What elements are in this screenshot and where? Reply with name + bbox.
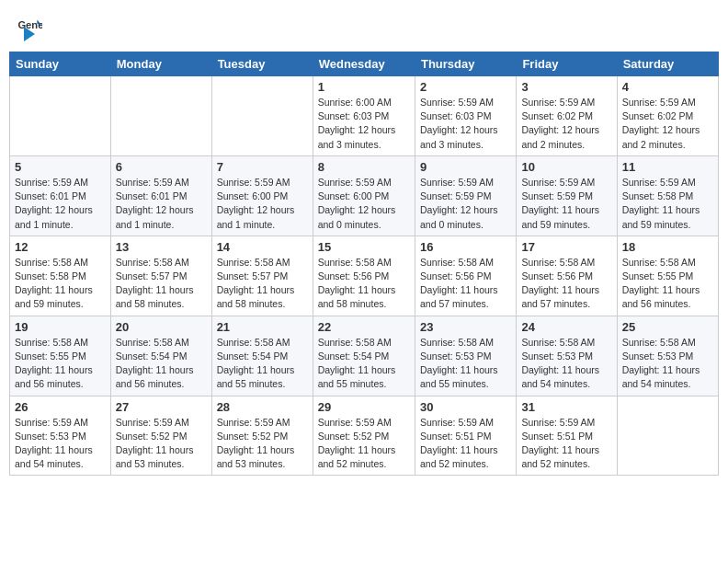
calendar-weekday-thursday: Thursday xyxy=(415,52,516,76)
calendar-cell: 20Sunrise: 5:58 AM Sunset: 5:54 PM Dayli… xyxy=(110,316,211,396)
day-number: 26 xyxy=(15,400,106,414)
day-info: Sunrise: 5:58 AM Sunset: 5:55 PM Dayligh… xyxy=(622,256,713,312)
calendar-cell xyxy=(10,76,111,156)
day-info: Sunrise: 5:59 AM Sunset: 5:52 PM Dayligh… xyxy=(318,416,410,472)
day-number: 4 xyxy=(622,80,713,94)
calendar-weekday-saturday: Saturday xyxy=(617,52,718,76)
calendar-cell: 21Sunrise: 5:58 AM Sunset: 5:54 PM Dayli… xyxy=(211,316,313,396)
day-info: Sunrise: 5:59 AM Sunset: 5:52 PM Dayligh… xyxy=(217,416,308,472)
day-info: Sunrise: 5:59 AM Sunset: 5:59 PM Dayligh… xyxy=(521,176,611,232)
day-number: 18 xyxy=(622,240,713,254)
calendar-cell xyxy=(211,76,313,156)
day-number: 12 xyxy=(15,240,106,254)
calendar-weekday-monday: Monday xyxy=(110,52,211,76)
day-info: Sunrise: 5:58 AM Sunset: 5:53 PM Dayligh… xyxy=(420,336,511,392)
day-info: Sunrise: 5:59 AM Sunset: 5:52 PM Dayligh… xyxy=(116,416,207,472)
calendar-weekday-tuesday: Tuesday xyxy=(211,52,313,76)
calendar-cell: 12Sunrise: 5:58 AM Sunset: 5:58 PM Dayli… xyxy=(10,236,111,316)
svg-marker-2 xyxy=(24,27,35,41)
calendar-cell: 18Sunrise: 5:58 AM Sunset: 5:55 PM Dayli… xyxy=(617,236,718,316)
calendar-week-row: 1Sunrise: 6:00 AM Sunset: 6:03 PM Daylig… xyxy=(10,76,719,156)
day-info: Sunrise: 5:59 AM Sunset: 6:01 PM Dayligh… xyxy=(15,176,106,232)
calendar-cell: 9Sunrise: 5:59 AM Sunset: 5:59 PM Daylig… xyxy=(415,155,516,236)
day-info: Sunrise: 5:58 AM Sunset: 5:55 PM Dayligh… xyxy=(15,336,106,392)
day-number: 14 xyxy=(217,240,308,254)
calendar-cell: 5Sunrise: 5:59 AM Sunset: 6:01 PM Daylig… xyxy=(10,155,111,236)
calendar-weekday-wednesday: Wednesday xyxy=(313,52,415,76)
calendar-cell: 22Sunrise: 5:58 AM Sunset: 5:54 PM Dayli… xyxy=(313,316,415,396)
calendar-cell: 15Sunrise: 5:58 AM Sunset: 5:56 PM Dayli… xyxy=(313,236,415,316)
calendar-cell: 23Sunrise: 5:58 AM Sunset: 5:53 PM Dayli… xyxy=(415,316,516,396)
calendar-week-row: 19Sunrise: 5:58 AM Sunset: 5:55 PM Dayli… xyxy=(10,316,719,396)
calendar-week-row: 26Sunrise: 5:59 AM Sunset: 5:53 PM Dayli… xyxy=(10,396,719,476)
day-number: 7 xyxy=(217,160,308,174)
day-info: Sunrise: 5:59 AM Sunset: 5:51 PM Dayligh… xyxy=(420,416,511,472)
day-number: 25 xyxy=(622,320,713,334)
day-info: Sunrise: 5:59 AM Sunset: 5:58 PM Dayligh… xyxy=(622,176,713,232)
calendar-cell: 2Sunrise: 5:59 AM Sunset: 6:03 PM Daylig… xyxy=(415,76,516,156)
calendar-cell: 10Sunrise: 5:59 AM Sunset: 5:59 PM Dayli… xyxy=(517,155,617,236)
calendar-cell xyxy=(110,76,211,156)
day-info: Sunrise: 6:00 AM Sunset: 6:03 PM Dayligh… xyxy=(318,96,410,152)
logo-arrow-icon xyxy=(17,24,37,44)
day-number: 22 xyxy=(318,320,410,334)
day-info: Sunrise: 5:59 AM Sunset: 6:00 PM Dayligh… xyxy=(318,176,410,232)
calendar-cell: 7Sunrise: 5:59 AM Sunset: 6:00 PM Daylig… xyxy=(211,155,313,236)
day-info: Sunrise: 5:58 AM Sunset: 5:53 PM Dayligh… xyxy=(521,336,611,392)
day-info: Sunrise: 5:58 AM Sunset: 5:56 PM Dayligh… xyxy=(521,256,611,312)
day-number: 15 xyxy=(318,240,410,254)
calendar-cell: 16Sunrise: 5:58 AM Sunset: 5:56 PM Dayli… xyxy=(415,236,516,316)
day-info: Sunrise: 5:58 AM Sunset: 5:54 PM Dayligh… xyxy=(217,336,308,392)
day-number: 30 xyxy=(420,400,511,414)
calendar-cell: 30Sunrise: 5:59 AM Sunset: 5:51 PM Dayli… xyxy=(415,396,516,476)
day-info: Sunrise: 5:58 AM Sunset: 5:56 PM Dayligh… xyxy=(318,256,410,312)
calendar-cell xyxy=(617,396,718,476)
day-number: 27 xyxy=(116,400,207,414)
day-number: 3 xyxy=(521,80,611,94)
day-number: 19 xyxy=(15,320,106,334)
day-number: 11 xyxy=(622,160,713,174)
calendar-header-row: SundayMondayTuesdayWednesdayThursdayFrid… xyxy=(10,52,719,76)
day-info: Sunrise: 5:59 AM Sunset: 6:03 PM Dayligh… xyxy=(420,96,511,152)
day-number: 28 xyxy=(217,400,308,414)
calendar-cell: 14Sunrise: 5:58 AM Sunset: 5:57 PM Dayli… xyxy=(211,236,313,316)
calendar-weekday-sunday: Sunday xyxy=(10,52,111,76)
calendar-cell: 3Sunrise: 5:59 AM Sunset: 6:02 PM Daylig… xyxy=(517,76,617,156)
calendar-cell: 25Sunrise: 5:58 AM Sunset: 5:53 PM Dayli… xyxy=(617,316,718,396)
day-number: 8 xyxy=(318,160,410,174)
calendar-cell: 28Sunrise: 5:59 AM Sunset: 5:52 PM Dayli… xyxy=(211,396,313,476)
calendar-table: SundayMondayTuesdayWednesdayThursdayFrid… xyxy=(9,52,719,476)
calendar-cell: 17Sunrise: 5:58 AM Sunset: 5:56 PM Dayli… xyxy=(517,236,617,316)
day-number: 13 xyxy=(116,240,207,254)
calendar-cell: 4Sunrise: 5:59 AM Sunset: 6:02 PM Daylig… xyxy=(617,76,718,156)
day-info: Sunrise: 5:59 AM Sunset: 6:01 PM Dayligh… xyxy=(116,176,207,232)
calendar-cell: 1Sunrise: 6:00 AM Sunset: 6:03 PM Daylig… xyxy=(313,76,415,156)
day-number: 17 xyxy=(521,240,611,254)
day-number: 16 xyxy=(420,240,511,254)
day-info: Sunrise: 5:58 AM Sunset: 5:54 PM Dayligh… xyxy=(116,336,207,392)
day-info: Sunrise: 5:59 AM Sunset: 6:02 PM Dayligh… xyxy=(521,96,611,152)
calendar-weekday-friday: Friday xyxy=(517,52,617,76)
day-info: Sunrise: 5:58 AM Sunset: 5:58 PM Dayligh… xyxy=(15,256,106,312)
page-header: General xyxy=(9,9,719,44)
day-info: Sunrise: 5:59 AM Sunset: 5:51 PM Dayligh… xyxy=(521,416,611,472)
day-number: 24 xyxy=(521,320,611,334)
day-number: 31 xyxy=(521,400,611,414)
calendar-week-row: 5Sunrise: 5:59 AM Sunset: 6:01 PM Daylig… xyxy=(10,155,719,236)
day-info: Sunrise: 5:58 AM Sunset: 5:57 PM Dayligh… xyxy=(116,256,207,312)
calendar-cell: 8Sunrise: 5:59 AM Sunset: 6:00 PM Daylig… xyxy=(313,155,415,236)
day-info: Sunrise: 5:59 AM Sunset: 6:02 PM Dayligh… xyxy=(622,96,713,152)
day-info: Sunrise: 5:58 AM Sunset: 5:56 PM Dayligh… xyxy=(420,256,511,312)
calendar-cell: 6Sunrise: 5:59 AM Sunset: 6:01 PM Daylig… xyxy=(110,155,211,236)
day-number: 23 xyxy=(420,320,511,334)
day-info: Sunrise: 5:59 AM Sunset: 5:53 PM Dayligh… xyxy=(15,416,106,472)
logo: General xyxy=(17,15,44,39)
day-number: 2 xyxy=(420,80,511,94)
calendar-cell: 31Sunrise: 5:59 AM Sunset: 5:51 PM Dayli… xyxy=(517,396,617,476)
day-info: Sunrise: 5:59 AM Sunset: 6:00 PM Dayligh… xyxy=(217,176,308,232)
day-number: 20 xyxy=(116,320,207,334)
day-info: Sunrise: 5:58 AM Sunset: 5:53 PM Dayligh… xyxy=(622,336,713,392)
calendar-week-row: 12Sunrise: 5:58 AM Sunset: 5:58 PM Dayli… xyxy=(10,236,719,316)
day-number: 6 xyxy=(116,160,207,174)
day-info: Sunrise: 5:59 AM Sunset: 5:59 PM Dayligh… xyxy=(420,176,511,232)
